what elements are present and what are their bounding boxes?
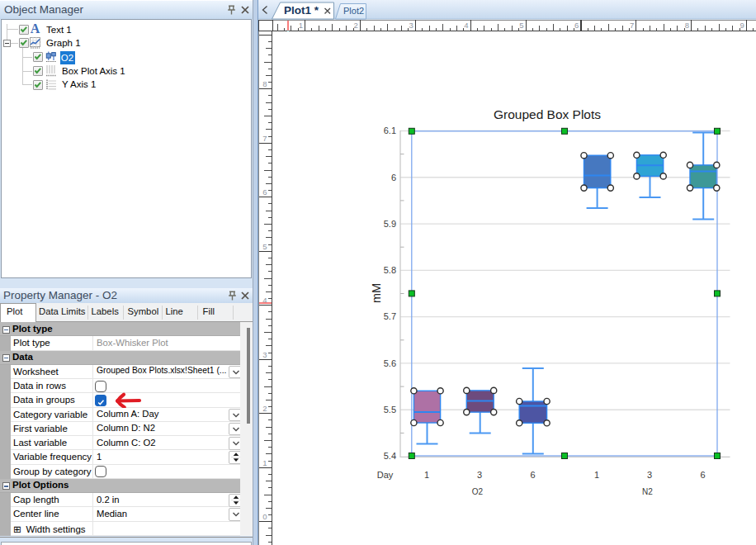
svg-text:Plot1 *: Plot1 * (284, 4, 319, 17)
svg-text:1: 1 (594, 470, 599, 480)
svg-text:N2: N2 (642, 487, 653, 496)
svg-text:3: 3 (647, 470, 652, 480)
svg-text:O2: O2 (472, 487, 484, 496)
svg-text:5.6: 5.6 (384, 358, 396, 368)
svg-text:6: 6 (391, 173, 396, 182)
svg-text:5.7: 5.7 (384, 311, 396, 321)
svg-text:1: 1 (424, 470, 429, 480)
svg-text:6.1: 6.1 (384, 126, 396, 135)
svg-text:3: 3 (477, 470, 482, 480)
svg-text:6: 6 (700, 470, 705, 480)
svg-text:mM: mM (370, 283, 383, 303)
svg-text:5.9: 5.9 (384, 219, 396, 229)
svg-text:5.4: 5.4 (384, 451, 396, 461)
svg-text:6: 6 (530, 470, 535, 480)
svg-text:5.5: 5.5 (384, 405, 396, 415)
svg-text:Day: Day (377, 470, 394, 480)
svg-text:Grouped Box Plots: Grouped Box Plots (494, 107, 601, 121)
svg-text:Plot2: Plot2 (343, 6, 364, 16)
svg-text:5.8: 5.8 (384, 265, 396, 275)
